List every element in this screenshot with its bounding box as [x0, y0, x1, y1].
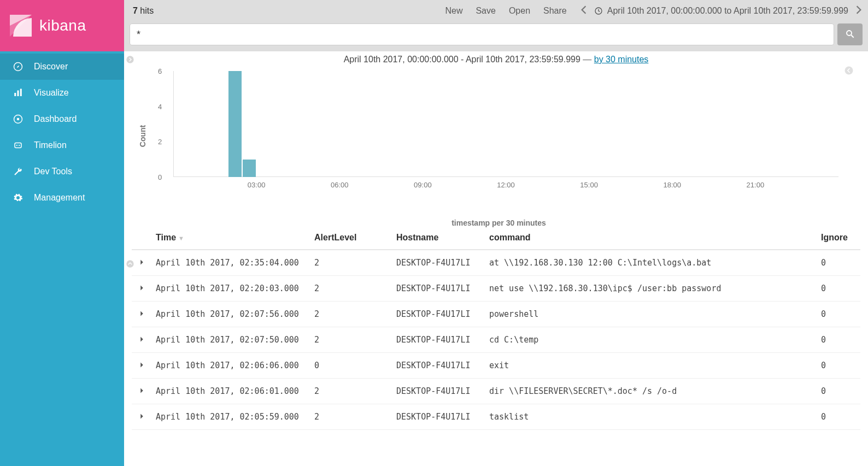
table-row: April 10th 2017, 02:20:03.0002DESKTOP-F4…	[132, 276, 860, 302]
collapse-chart-button[interactable]	[124, 258, 136, 270]
column-header-command[interactable]: command	[485, 227, 817, 250]
sidebar-item-dashboard[interactable]: Dashboard	[0, 106, 124, 132]
histogram-bar[interactable]	[228, 71, 242, 177]
x-axis-label: timestamp per 30 minutes	[148, 219, 849, 227]
svg-point-7	[16, 145, 17, 146]
robot-icon	[13, 140, 23, 150]
histogram-chart: Count 024603:0006:0009:0012:0015:0018:00…	[148, 68, 849, 204]
histogram-bar[interactable]	[243, 160, 256, 177]
table-row: April 10th 2017, 02:07:50.0002DESKTOP-F4…	[132, 327, 860, 353]
time-prev-button[interactable]	[580, 5, 588, 17]
cell-ignore: 0	[817, 250, 860, 276]
sidebar-item-timelion[interactable]: Timelion	[0, 132, 124, 158]
expand-row-button[interactable]	[139, 284, 144, 293]
table-row: April 10th 2017, 02:06:06.0000DESKTOP-F4…	[132, 353, 860, 379]
clock-icon	[594, 7, 603, 15]
search-icon	[845, 29, 855, 40]
sidebar-item-discover[interactable]: Discover	[0, 54, 124, 80]
svg-point-10	[847, 31, 852, 36]
expand-row-button[interactable]	[139, 412, 144, 422]
table-row: April 10th 2017, 02:35:04.0002DESKTOP-F4…	[132, 250, 860, 276]
search-button[interactable]	[837, 23, 863, 45]
sidebar-item-label: Visualize	[34, 88, 69, 98]
time-range-button[interactable]: April 10th 2017, 00:00:00.000 to April 1…	[594, 6, 848, 16]
search-input[interactable]	[130, 23, 834, 45]
cell-time: April 10th 2017, 02:20:03.000	[151, 276, 310, 302]
x-tick: 18:00	[663, 181, 681, 189]
sidebar-item-label: Timelion	[34, 140, 67, 150]
svg-point-14	[126, 260, 133, 267]
gauge-icon	[13, 114, 23, 124]
svg-point-5	[17, 118, 20, 121]
x-tick: 06:00	[331, 181, 349, 189]
new-button[interactable]: New	[445, 6, 462, 16]
cell-alertlevel: 0	[310, 353, 392, 379]
cell-alertlevel: 2	[310, 379, 392, 404]
svg-rect-1	[14, 93, 16, 96]
cell-ignore: 0	[817, 404, 860, 430]
svg-rect-6	[15, 143, 21, 148]
cell-alertlevel: 2	[310, 302, 392, 327]
cell-alertlevel: 2	[310, 276, 392, 302]
cell-hostname: DESKTOP-F4U17LI	[392, 327, 485, 353]
svg-rect-3	[20, 89, 22, 97]
expand-row-button[interactable]	[139, 386, 144, 396]
histogram-title: April 10th 2017, 00:00:00.000 - April 10…	[132, 55, 860, 64]
x-tick: 03:00	[248, 181, 266, 189]
cell-hostname: DESKTOP-F4U17LI	[392, 379, 485, 404]
x-tick: 12:00	[497, 181, 515, 189]
table-row: April 10th 2017, 02:05:59.0002DESKTOP-F4…	[132, 404, 860, 430]
cell-ignore: 0	[817, 379, 860, 404]
kibana-logo-icon	[10, 15, 32, 37]
cell-time: April 10th 2017, 02:05:59.000	[151, 404, 310, 430]
cell-hostname: DESKTOP-F4U17LI	[392, 302, 485, 327]
column-header-time[interactable]: Time▼	[151, 227, 310, 250]
sidebar-item-management[interactable]: Management	[0, 185, 124, 211]
brand-name: kibana	[39, 17, 86, 34]
cell-ignore: 0	[817, 276, 860, 302]
cell-command: powershell	[485, 302, 817, 327]
cell-time: April 10th 2017, 02:07:50.000	[151, 327, 310, 353]
expand-row-button[interactable]	[139, 309, 144, 319]
sidebar-item-label: Discover	[34, 62, 68, 72]
sidebar-item-devtools[interactable]: Dev Tools	[0, 158, 124, 185]
x-tick: 21:00	[747, 181, 765, 189]
svg-rect-2	[17, 91, 19, 97]
cell-ignore: 0	[817, 327, 860, 353]
time-next-button[interactable]	[855, 5, 863, 17]
expand-row-button[interactable]	[139, 258, 144, 268]
sidebar-item-label: Dev Tools	[34, 167, 72, 176]
svg-line-11	[851, 35, 854, 38]
cell-command: cd C:\temp	[485, 327, 817, 353]
collapse-fields-button[interactable]	[124, 54, 136, 66]
svg-point-13	[845, 67, 853, 75]
wrench-icon	[13, 167, 23, 176]
column-header-hostname[interactable]: Hostname	[392, 227, 485, 250]
cell-hostname: DESKTOP-F4U17LI	[392, 353, 485, 379]
expand-row-button[interactable]	[139, 361, 144, 370]
cell-hostname: DESKTOP-F4U17LI	[392, 250, 485, 276]
sidebar-item-label: Dashboard	[34, 114, 77, 124]
sort-desc-icon: ▼	[178, 235, 184, 241]
y-tick: 2	[158, 138, 162, 146]
expand-row-button[interactable]	[139, 335, 144, 345]
open-button[interactable]: Open	[509, 6, 530, 16]
sidebar-item-visualize[interactable]: Visualize	[0, 80, 124, 106]
x-tick: 09:00	[414, 181, 432, 189]
y-axis-label: Count	[138, 125, 147, 147]
column-header-alertlevel[interactable]: AlertLevel	[310, 227, 392, 250]
cell-hostname: DESKTOP-F4U17LI	[392, 276, 485, 302]
cell-command: net use \\192.168.30.130\ipc$ /user:bb p…	[485, 276, 817, 302]
y-tick: 4	[158, 102, 162, 110]
save-button[interactable]: Save	[476, 6, 495, 16]
column-header-ignore[interactable]: Ignore	[817, 227, 860, 250]
share-button[interactable]: Share	[543, 6, 567, 16]
cell-ignore: 0	[817, 302, 860, 327]
results-table: Time▼ AlertLevel Hostname command Ignore…	[132, 227, 860, 430]
topbar: 7 hits New Save Open Share April 10th 20…	[124, 0, 868, 51]
brand-logo[interactable]: kibana	[0, 0, 124, 51]
chart-reset-button[interactable]	[844, 66, 854, 77]
cell-time: April 10th 2017, 02:35:04.000	[151, 250, 310, 276]
compass-icon	[13, 62, 23, 72]
interval-link[interactable]: by 30 minutes	[594, 55, 649, 64]
